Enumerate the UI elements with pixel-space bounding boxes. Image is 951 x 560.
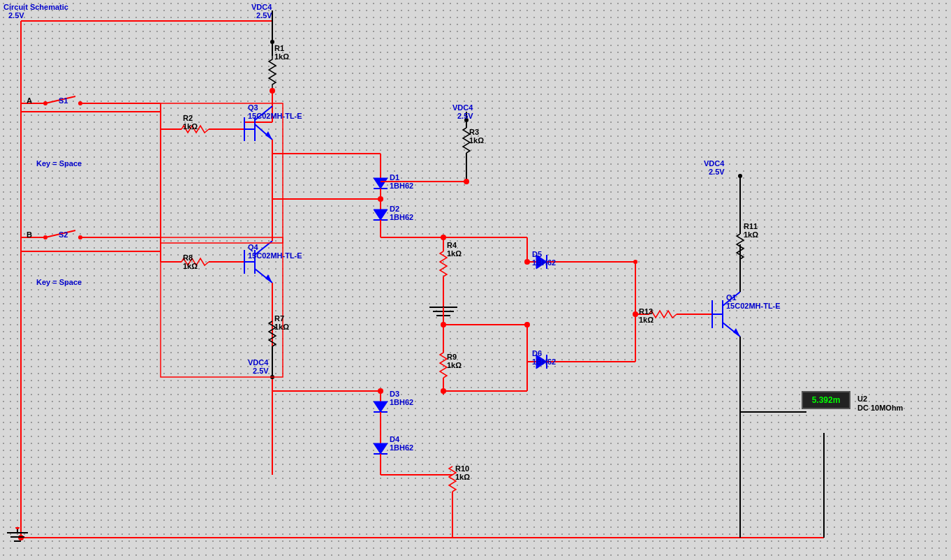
d2-label: D2 [390,205,399,213]
vdc4-label-2: VDC4 [251,3,272,11]
r3-value: 1kΩ [469,136,484,145]
svg-point-134 [464,179,469,184]
d3-model: 1BH62 [390,398,413,406]
r2-label: R2 [183,114,193,122]
r10-value: 1kΩ [455,473,470,481]
q4-label: Q4 [248,243,258,251]
d4-model: 1BH62 [390,443,413,452]
d5-label: D5 [532,250,542,258]
svg-point-120 [738,174,742,178]
svg-point-132 [378,196,383,202]
q4-model: 15C02MH-TL-E [248,251,302,260]
schematic-svg [0,0,951,560]
svg-marker-82 [374,401,388,412]
r1-value: 1kΩ [274,52,289,61]
vdc4-label-3: VDC4 [452,103,473,112]
ground-symbol [3,527,31,548]
u2-type: DC 10MOhm [857,404,903,412]
svg-rect-26 [21,112,161,251]
svg-point-136 [524,322,530,327]
s2-label: S2 [59,230,68,239]
r7-value: 1kΩ [274,323,289,331]
svg-rect-125 [161,103,283,243]
q3-label: Q3 [248,103,258,112]
svg-marker-49 [374,209,388,220]
r10-label: R10 [455,464,469,473]
vdc4-voltage-2: 2.5V [256,11,272,20]
d5-model: 1BH62 [532,258,556,267]
r4-label: R4 [447,241,457,249]
d1-model: 1BH62 [390,182,413,190]
d2-model: 1BH62 [390,213,413,221]
d3-label: D3 [390,390,399,398]
svg-point-138 [441,388,446,394]
vdc4-voltage-5: 2.5V [253,367,269,375]
s1-key: Key = Space [36,159,82,168]
u2-value: 5.392m [812,395,841,405]
d4-label: D4 [390,435,399,443]
a-label: A [27,96,32,105]
d6-model: 1BH62 [532,358,556,366]
s1-label: S1 [59,96,68,105]
d6-label: D6 [532,349,542,358]
vdc4-voltage-1: 2.5V [8,11,24,20]
svg-marker-114 [733,328,740,337]
vdc4-label-4: VDC4 [704,159,724,168]
u2-container: 5.392m [802,391,850,409]
svg-point-139 [378,388,383,394]
r13-value: 1kΩ [639,316,654,324]
svg-point-140 [633,311,638,317]
vdc4-label-5: VDC4 [248,358,268,367]
vdc4-voltage-3: 2.5V [457,112,473,120]
u2-label: U2 [857,395,867,403]
q3-model: 15C02MH-TL-E [248,112,302,120]
r9-label: R9 [447,353,457,361]
svg-point-133 [441,235,446,240]
r8-label: R8 [183,253,193,262]
r13-label: R13 [639,307,653,316]
r11-label: R11 [744,222,758,230]
svg-marker-40 [265,274,272,283]
svg-marker-86 [374,443,388,454]
r3-label: R3 [469,128,479,136]
s2-key: Key = Space [36,278,82,286]
q1-model: 15C02MH-TL-E [726,302,781,310]
r8-value: 1kΩ [183,262,198,270]
vdc4-label-1: Circuit Schematic [3,3,68,11]
svg-marker-18 [265,131,272,140]
svg-point-135 [524,259,530,265]
svg-point-131 [270,88,275,94]
q1-label: Q1 [726,293,737,302]
r1-label: R1 [274,44,284,52]
r11-value: 1kΩ [744,230,758,239]
d1-label: D1 [390,173,399,182]
r2-value: 1kΩ [183,122,198,131]
r7-label: R7 [274,314,284,323]
b-label: B [27,230,32,239]
vdc4-voltage-4: 2.5V [709,168,725,176]
r4-value: 1kΩ [447,249,462,258]
svg-point-137 [441,322,446,327]
svg-marker-45 [374,178,388,189]
svg-point-145 [15,527,20,529]
r9-value: 1kΩ [447,361,462,369]
